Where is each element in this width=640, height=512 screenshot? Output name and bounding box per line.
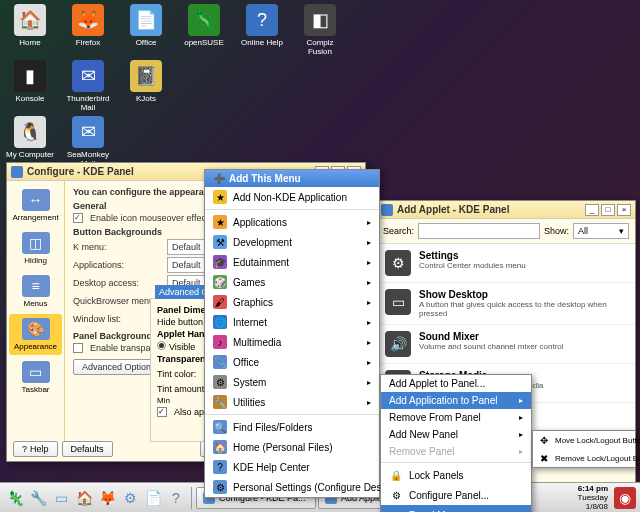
- desktop-icon-konsole[interactable]: ▮Konsole: [4, 60, 56, 112]
- maximize-button[interactable]: □: [601, 204, 615, 216]
- tray-suse-icon[interactable]: ◉: [614, 487, 636, 509]
- add-menu-popup: ➕Add This Menu ★Add Non-KDE Application …: [204, 169, 380, 498]
- lock-logout-submenu: ✥Move Lock/Logout Buttons✖Remove Lock/Lo…: [532, 430, 636, 468]
- menu-cat-edutainment[interactable]: 🎓Edutainment▸: [205, 252, 379, 272]
- desktop-icon-my-computer[interactable]: 🐧My Computer: [4, 116, 56, 168]
- ctx-item: Remove Panel▸: [381, 443, 531, 460]
- menu-cat-development[interactable]: ⚒Development▸: [205, 232, 379, 252]
- launcher-ooo[interactable]: 📄: [142, 487, 164, 509]
- menu-item[interactable]: ⚙Personal Settings (Configure Desktop): [205, 477, 379, 497]
- cfg-cat-hiding[interactable]: ◫Hiding: [9, 228, 62, 269]
- addapplet-titlebar[interactable]: Add Applet - KDE Panel _ □ ×: [377, 201, 635, 219]
- mouseover-checkbox[interactable]: [73, 213, 83, 223]
- desktop-icon-kjots[interactable]: 📓KJots: [120, 60, 172, 112]
- menu-cat-graphics[interactable]: 🖌Graphics▸: [205, 292, 379, 312]
- desktop-icon-online-help[interactable]: ?Online Help: [236, 4, 288, 56]
- cfg-cat-arrangement[interactable]: ↔Arrangement: [9, 185, 62, 226]
- menu-item[interactable]: 🏠Home (Personal Files): [205, 437, 379, 457]
- desktop-icon-opensuse[interactable]: 🦎openSUSE: [178, 4, 230, 56]
- defaults-button[interactable]: Defaults: [62, 441, 113, 457]
- desktop-icon-home[interactable]: 🏠Home: [4, 4, 56, 56]
- cfg-cat-menus[interactable]: ≡Menus: [9, 271, 62, 312]
- launcher-konq[interactable]: ⚙: [119, 487, 141, 509]
- ctx-item[interactable]: Add Applet to Panel...: [381, 375, 531, 392]
- panel-context-menu: Add Applet to Panel...Add Application to…: [380, 374, 532, 512]
- ctx-item[interactable]: Add New Panel▸: [381, 426, 531, 443]
- window-title: Add Applet - KDE Panel: [397, 204, 583, 215]
- desktop-icon-thunderbird[interactable]: ✉Thunderbird Mail: [62, 60, 114, 112]
- cfg-cat-taskbar[interactable]: ▭Taskbar: [9, 357, 62, 398]
- sub-item[interactable]: ✖Remove Lock/Logout Buttons: [533, 449, 635, 467]
- launcher-help[interactable]: ?: [165, 487, 187, 509]
- menu-cat-system[interactable]: ⚙System▸: [205, 372, 379, 392]
- apply-all-checkbox[interactable]: [157, 407, 167, 417]
- menu-cat-applications[interactable]: ★Applications▸: [205, 212, 379, 232]
- window-icon: [381, 204, 393, 216]
- ctx-item[interactable]: 🔒Lock Panels: [381, 465, 531, 485]
- applet-show-desktop[interactable]: ▭Show DesktopA button that gives quick a…: [377, 283, 635, 325]
- ctx-item[interactable]: ▸Panel Menu▸: [381, 505, 531, 512]
- add-nonkde-item[interactable]: ★Add Non-KDE Application: [205, 187, 379, 207]
- help-button[interactable]: ?Help: [13, 441, 58, 457]
- desktop-icon-office[interactable]: 📄Office: [120, 4, 172, 56]
- launcher-kmenu[interactable]: 🦎: [4, 487, 26, 509]
- show-select[interactable]: All▾: [573, 223, 629, 239]
- menu-cat-office[interactable]: 📎Office▸: [205, 352, 379, 372]
- launcher-firefox[interactable]: 🦊: [96, 487, 118, 509]
- ctx-item[interactable]: ⚙Configure Panel...: [381, 485, 531, 505]
- menu-cat-multimedia[interactable]: ♪Multimedia▸: [205, 332, 379, 352]
- menu-cat-games[interactable]: 🎲Games▸: [205, 272, 379, 292]
- desktop-icon-compiz[interactable]: ◧Compiz Fusion: [294, 4, 346, 56]
- launcher-home[interactable]: 🏠: [73, 487, 95, 509]
- ctx-item[interactable]: Remove From Panel▸: [381, 409, 531, 426]
- applet-sound-mixer[interactable]: 🔊Sound MixerVolume and sound channel mix…: [377, 325, 635, 364]
- launcher-tools[interactable]: 🔧: [27, 487, 49, 509]
- applet-settings[interactable]: ⚙SettingsControl Center modules menu: [377, 244, 635, 283]
- visible-radio[interactable]: [157, 341, 166, 350]
- search-input[interactable]: [418, 223, 540, 239]
- sub-item[interactable]: ✥Move Lock/Logout Buttons: [533, 431, 635, 449]
- transparency-checkbox[interactable]: [73, 343, 83, 353]
- clock[interactable]: 6:14 pm Tuesday 1/8/08: [578, 484, 612, 511]
- ctx-item[interactable]: Add Application to Panel▸: [381, 392, 531, 409]
- desktop-icon-seamonkey[interactable]: ✉SeaMonkey Mail: [62, 116, 114, 168]
- desktop-icon-blank: [236, 60, 288, 112]
- menu-item[interactable]: ?KDE Help Center: [205, 457, 379, 477]
- show-label: Show:: [544, 226, 569, 236]
- minimize-button[interactable]: _: [585, 204, 599, 216]
- desktop-icon-blank: [294, 60, 346, 112]
- menu-cat-utilities[interactable]: 🔧Utilities▸: [205, 392, 379, 412]
- launcher-desktop[interactable]: ▭: [50, 487, 72, 509]
- desktop-icon-firefox[interactable]: 🦊Firefox: [62, 4, 114, 56]
- desktop-icon-blank: [178, 60, 230, 112]
- window-icon: [11, 166, 23, 178]
- popup-header: ➕Add This Menu: [205, 170, 379, 187]
- menu-cat-internet[interactable]: 🌐Internet▸: [205, 312, 379, 332]
- menu-item[interactable]: 🔍Find Files/Folders: [205, 417, 379, 437]
- close-button[interactable]: ×: [617, 204, 631, 216]
- search-label: Search:: [383, 226, 414, 236]
- cfg-cat-appearance[interactable]: 🎨Appearance: [9, 314, 62, 355]
